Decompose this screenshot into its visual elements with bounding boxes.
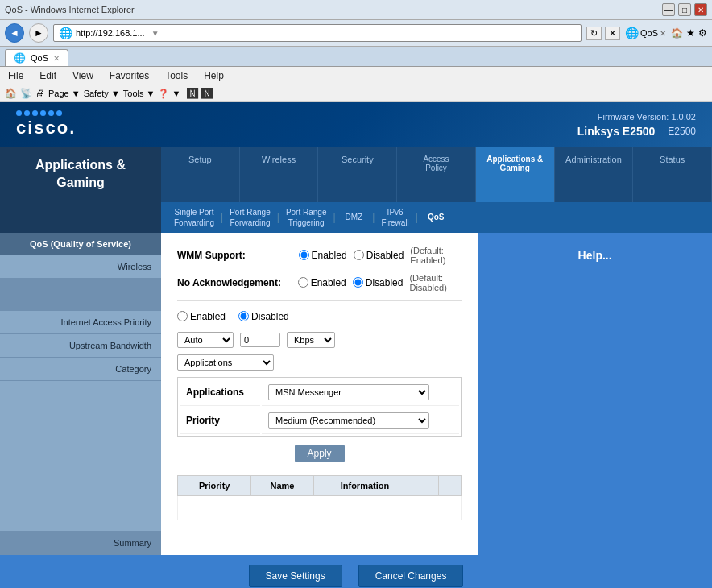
sidebar-item-wireless[interactable]: Wireless [0,255,161,279]
help-dropdown[interactable]: ❓ ▼ [158,89,180,99]
iap-disabled-radio[interactable] [238,311,249,321]
wmm-radio-group: Enabled Disabled (Default: Enabled) [299,246,462,265]
favorites-icon[interactable]: ★ [686,27,695,39]
tools-dropdown[interactable]: Tools ▼ [123,89,155,98]
no-ack-disabled-label: Disabled [366,277,404,288]
category-select[interactable]: Applications [177,354,274,371]
applications-select[interactable]: MSN Messenger [268,384,429,400]
menu-help[interactable]: Help [201,68,227,83]
minimize-button[interactable]: — [662,3,675,16]
nav-tab-security[interactable]: Security [318,147,397,202]
sub-nav: Single PortForwarding | Port RangeForwar… [0,202,712,233]
wmm-default-text: (Default: Enabled) [410,246,462,265]
no-ack-disabled-radio[interactable] [353,277,363,288]
iap-enabled-label: Enabled [190,311,226,322]
priority-row: Priority Medium (Recommended) [180,408,459,434]
device-model: E2500 [668,126,696,137]
nav-tab-status[interactable]: Status [633,147,712,202]
help-link[interactable]: Help... [578,241,612,262]
save-settings-button[interactable]: Save Settings [249,565,342,587]
no-ack-row: No Acknowledgement: Enabled Disabled (De… [177,273,462,292]
address-text: http://192.168.1... [76,28,145,38]
wmm-enabled-radio[interactable] [299,250,309,260]
tab-close-btn[interactable]: ✕ [53,54,60,63]
menu-view[interactable]: View [69,68,97,83]
device-name: Linksys E2500 [577,125,656,138]
no-ack-enabled-radio[interactable] [298,277,308,288]
home-icon[interactable]: 🏠 [671,27,683,39]
rss-icon[interactable]: 📡 [20,88,32,99]
cisco-header: cisco. Firmware Version: 1.0.02 Linksys … [0,102,712,147]
tools-icon[interactable]: ⚙ [698,27,707,39]
stop-button[interactable]: ✕ [605,27,620,40]
page-dropdown[interactable]: Page ▼ [48,89,81,98]
browser-titlebar: QoS - Windows Internet Explorer — □ ✕ [0,0,712,20]
no-ack-enabled-label: Enabled [311,277,346,288]
wmm-enabled-label: Enabled [312,250,347,261]
wmm-disabled-option[interactable]: Disabled [354,250,404,261]
maximize-button[interactable]: □ [678,3,691,16]
subnav-single-port[interactable]: Single PortForwarding [168,205,221,230]
forward-button[interactable]: ► [29,23,48,43]
no-ack-enabled-option[interactable]: Enabled [298,277,346,288]
page-icon: 🌐 [625,27,639,39]
wmm-disabled-radio[interactable] [354,250,364,260]
cancel-changes-button[interactable]: Cancel Changes [358,565,464,587]
menu-tools[interactable]: Tools [162,68,191,83]
main-content-area: QoS (Quality of Service) Wireless Intern… [0,233,712,555]
subnav-dmz[interactable]: DMZ [336,211,373,223]
menu-file[interactable]: File [5,68,27,83]
ie-icon: 🌐 [59,27,72,39]
category-row: Applications [177,354,462,371]
summary-section: Priority Name Information [177,475,462,520]
tab-close-icon[interactable]: ✕ [660,29,666,38]
sidebar-section-title: QoS (Quality of Service) [0,233,161,255]
sidebar-item-upstream[interactable]: Upstream Bandwidth [0,334,161,358]
cisco-logo-text: cisco. [16,118,76,139]
nav-tab-administration[interactable]: Administration [555,147,634,202]
priority-label: Priority [180,408,260,434]
refresh-button[interactable]: ↻ [586,27,602,40]
apply-button[interactable]: Apply [295,445,345,462]
content-panel: WMM Support: Enabled Disabled (Default: … [161,233,478,555]
left-panel-header: Applications &Gaming [0,147,161,202]
wmm-enabled-option[interactable]: Enabled [299,250,347,261]
internet-access-row: Enabled Disabled [177,311,462,322]
nav-tab-setup[interactable]: Setup [161,147,240,202]
col-information: Information [313,475,416,495]
priority-select[interactable]: Medium (Recommended) [268,412,429,429]
menu-edit[interactable]: Edit [36,68,60,83]
nav-tab-applications[interactable]: Applications &Gaming [476,147,555,202]
menu-favorites[interactable]: Favorites [106,68,152,83]
sidebar-item-category[interactable]: Category [0,358,161,381]
home-toolbar-icon[interactable]: 🏠 [5,88,17,99]
subnav-qos[interactable]: QoS [418,211,454,223]
safety-dropdown[interactable]: Safety ▼ [84,89,120,98]
iap-enabled-radio[interactable] [177,311,188,321]
sidebar-item-internet-access[interactable]: Internet Access Priority [0,311,161,334]
browser-tab[interactable]: 🌐 QoS ✕ [5,49,68,66]
print-icon[interactable]: 🖨 [35,88,45,99]
subnav-ipv6[interactable]: IPv6Firewall [375,205,415,230]
no-ack-disabled-option[interactable]: Disabled [353,277,404,288]
col-action1 [416,475,439,495]
upstream-auto-select[interactable]: Auto [177,332,234,348]
page-content: cisco. Firmware Version: 1.0.02 Linksys … [0,102,712,588]
close-button[interactable]: ✕ [694,3,707,16]
applications-label: Applications [180,379,260,406]
back-button[interactable]: ◄ [5,23,24,43]
address-arrow: ▼ [151,29,159,38]
applications-table: Applications MSN Messenger Priority [177,377,462,437]
upstream-value-input[interactable] [240,333,280,347]
subnav-port-triggering[interactable]: Port RangeTriggering [279,205,333,230]
priority-select-cell: Medium (Recommended) [262,408,459,434]
iap-enabled-option[interactable]: Enabled [177,311,226,322]
applications-row: Applications MSN Messenger [180,379,459,406]
upstream-unit-select[interactable]: Kbps [287,332,335,348]
nav-tab-access-policy[interactable]: AccessPolicy [397,147,476,202]
section-title: Applications &Gaming [35,156,126,193]
nav-tab-wireless[interactable]: Wireless [240,147,319,202]
subnav-port-range[interactable]: Port RangeForwarding [223,205,277,230]
iap-disabled-option[interactable]: Disabled [238,311,289,322]
bottom-bar: Save Settings Cancel Changes [0,555,712,588]
